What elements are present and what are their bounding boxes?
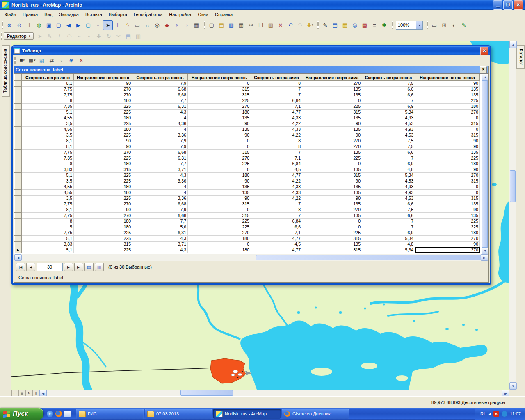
- table-cell[interactable]: 135: [415, 87, 480, 92]
- table-cell[interactable]: 7: [251, 150, 302, 155]
- table-cell[interactable]: 7: [251, 201, 302, 207]
- row-selector[interactable]: [15, 242, 22, 247]
- table-cell[interactable]: 315: [302, 110, 362, 115]
- full-extent-button[interactable]: ◍: [34, 20, 44, 30]
- menu-item[interactable]: Закладка: [56, 11, 82, 18]
- row-selector[interactable]: [15, 219, 22, 224]
- table-cell[interactable]: 5,1: [22, 173, 74, 178]
- table-cell[interactable]: 5,34: [362, 173, 415, 178]
- table-cell[interactable]: 180: [188, 236, 251, 242]
- table-cell[interactable]: 315: [415, 178, 480, 184]
- table-cell[interactable]: 3,5: [22, 121, 74, 127]
- table-cell[interactable]: 4,77: [251, 236, 302, 242]
- redo-button[interactable]: ↷: [295, 20, 305, 30]
- row-selector[interactable]: [15, 81, 22, 87]
- table-cell[interactable]: 4: [132, 190, 188, 196]
- table-cell[interactable]: 4: [132, 127, 188, 132]
- table-cell[interactable]: 8,1: [22, 207, 74, 213]
- table-cell[interactable]: 7,7: [132, 98, 188, 104]
- switch-selection-button[interactable]: ⇄: [47, 55, 57, 65]
- table-cell[interactable]: 4,93: [362, 115, 415, 121]
- row-selector[interactable]: [15, 150, 22, 155]
- table-cell[interactable]: 8: [251, 81, 302, 87]
- column-header[interactable]: Направление ветра зима: [302, 74, 362, 81]
- table-cell[interactable]: 90: [74, 207, 132, 213]
- scroll-down-icon[interactable]: ▼: [482, 247, 488, 254]
- table-cell[interactable]: 225: [74, 230, 132, 236]
- table-cell[interactable]: 180: [415, 161, 480, 167]
- table-cell[interactable]: 180: [415, 104, 480, 110]
- table-cell[interactable]: 5,1: [22, 236, 74, 242]
- table-cell[interactable]: 8,1: [22, 144, 74, 150]
- firefox-icon[interactable]: [55, 411, 62, 417]
- refresh-view-button[interactable]: ↻: [25, 390, 32, 397]
- table-cell[interactable]: 6,68: [132, 87, 188, 92]
- table-cell[interactable]: 270: [74, 150, 132, 155]
- table-cell[interactable]: 6,31: [132, 230, 188, 236]
- table-cell[interactable]: 4,8: [362, 167, 415, 173]
- table-cell[interactable]: 3,36: [132, 178, 188, 184]
- table-cell[interactable]: 0: [188, 167, 251, 173]
- table-cell[interactable]: 225: [74, 236, 132, 242]
- show-all-records-button[interactable]: ▤: [84, 263, 94, 271]
- table-cell[interactable]: 135: [302, 213, 362, 219]
- table-cell[interactable]: 225: [188, 219, 251, 224]
- table-cell[interactable]: 0: [415, 115, 480, 121]
- minimize-button[interactable]: ▁: [493, 0, 502, 10]
- pause-drawing-button[interactable]: ∥: [32, 390, 39, 397]
- copy-button[interactable]: ❐: [256, 20, 266, 30]
- row-selector[interactable]: ▶: [15, 247, 22, 253]
- weather-tray-icon[interactable]: [502, 411, 507, 417]
- table-cell[interactable]: 135: [302, 184, 362, 190]
- table-cell[interactable]: 6,6: [251, 224, 302, 230]
- previous-record-button[interactable]: ◀: [26, 263, 35, 271]
- table-cell[interactable]: 180: [74, 127, 132, 132]
- row-selector[interactable]: [15, 173, 22, 178]
- catalog-panel-tab[interactable]: Каталог: [516, 45, 525, 69]
- table-cell[interactable]: 180: [188, 173, 251, 178]
- row-selector[interactable]: [15, 190, 22, 196]
- table-cell[interactable]: 7: [362, 155, 415, 161]
- select-elements-button[interactable]: ➤: [103, 20, 113, 30]
- column-header[interactable]: Скорость ветра весна: [362, 74, 415, 81]
- table-cell[interactable]: 270: [188, 104, 251, 110]
- table-cell[interactable]: 315: [302, 247, 362, 253]
- table-cell[interactable]: 3,5: [22, 196, 74, 201]
- scroll-up-icon[interactable]: ▲: [482, 74, 488, 81]
- paste-button[interactable]: ▥: [266, 20, 276, 30]
- table-cell[interactable]: 6,68: [132, 92, 188, 98]
- table-cell[interactable]: 4,5: [251, 167, 302, 173]
- python-button[interactable]: ≡: [370, 20, 379, 30]
- row-selector[interactable]: [15, 121, 22, 127]
- table-cell[interactable]: 0: [188, 242, 251, 247]
- table-cell[interactable]: 6,31: [132, 104, 188, 110]
- table-cell[interactable]: 135: [302, 115, 362, 121]
- row-selector[interactable]: [15, 167, 22, 173]
- related-tables-button[interactable]: ▦▾: [27, 55, 37, 65]
- table-cell[interactable]: 180: [74, 98, 132, 104]
- clear-table-selection-button[interactable]: ▫: [57, 55, 66, 65]
- open-button[interactable]: ▤: [217, 20, 226, 30]
- show-desktop-icon[interactable]: [64, 411, 71, 417]
- table-cell[interactable]: 7: [362, 219, 415, 224]
- row-selector[interactable]: [15, 115, 22, 121]
- table-cell[interactable]: 90: [302, 121, 362, 127]
- table-cell[interactable]: 6,84: [251, 98, 302, 104]
- table-cell[interactable]: 180: [74, 115, 132, 121]
- sheet-titlebar[interactable]: Сетка полигона_label ✕: [14, 66, 488, 73]
- table-cell[interactable]: 7: [251, 87, 302, 92]
- table-cell[interactable]: 6,31: [132, 155, 188, 161]
- table-cell[interactable]: 225: [74, 132, 132, 138]
- row-selector[interactable]: [15, 98, 22, 104]
- menu-item[interactable]: Геообработка: [130, 11, 166, 18]
- table-cell[interactable]: 90: [74, 144, 132, 150]
- menu-item[interactable]: Правка: [19, 11, 41, 18]
- pan-button[interactable]: ✛: [24, 20, 34, 30]
- table-cell[interactable]: 90: [74, 81, 132, 87]
- toolbar-grip[interactable]: [2, 21, 3, 29]
- editor-toolbar-button[interactable]: ✎: [320, 20, 330, 30]
- table-cell[interactable]: 5,6: [132, 224, 188, 230]
- row-selector[interactable]: [15, 144, 22, 150]
- table-horizontal-scrollbar[interactable]: ◀ ▶: [14, 254, 488, 261]
- table-cell[interactable]: 4,77: [251, 247, 302, 253]
